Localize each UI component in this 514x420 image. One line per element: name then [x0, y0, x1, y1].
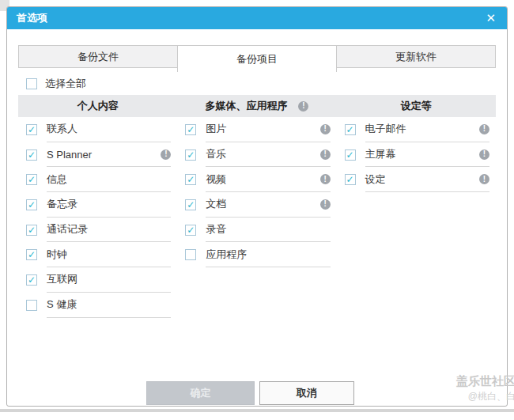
item-body: 音乐! — [206, 142, 330, 168]
item-checkbox[interactable]: ✓ — [26, 174, 37, 185]
list-item[interactable]: ✓联系人 — [18, 117, 177, 142]
item-body: 联系人 — [47, 117, 171, 142]
preferences-dialog: 首选项 ✕ 备份文件备份项目更新软件 选择全部 个人内容多媒体、应用程序!设定等… — [6, 6, 508, 407]
item-label: 录音 — [206, 222, 330, 236]
page-bottom-band — [0, 409, 514, 412]
item-body: S 健康 — [47, 293, 171, 318]
item-label: 电子邮件 — [365, 122, 479, 136]
item-body: 图片! — [206, 117, 330, 142]
item-checkbox[interactable]: ✓ — [26, 149, 37, 161]
item-checkbox[interactable]: ✓ — [185, 174, 196, 185]
item-body: 电子邮件! — [365, 117, 489, 142]
tab-update-software[interactable]: 更新软件 — [336, 45, 496, 68]
info-icon[interactable]: ! — [320, 174, 331, 184]
watermark-line1: 盖乐世社区 — [456, 373, 514, 389]
list-item[interactable]: ✓S Planner! — [18, 142, 177, 168]
item-label: 联系人 — [47, 122, 171, 136]
tab-bar: 备份文件备份项目更新软件 — [18, 45, 496, 72]
column-header-label: 个人内容 — [77, 99, 119, 113]
info-icon[interactable]: ! — [479, 149, 489, 160]
list-item[interactable]: ✓主屏幕! — [337, 142, 496, 168]
item-body: 设定! — [365, 167, 489, 192]
item-body: 主屏幕! — [365, 142, 489, 168]
info-icon[interactable]: ! — [320, 124, 331, 134]
item-label: 音乐 — [206, 147, 319, 161]
info-icon[interactable]: ! — [479, 124, 489, 134]
cancel-button[interactable]: 取消 — [259, 381, 354, 405]
item-checkbox[interactable] — [26, 300, 37, 311]
select-all-row[interactable]: 选择全部 — [26, 77, 86, 91]
list-item[interactable]: ✓录音 — [177, 218, 336, 243]
info-icon[interactable]: ! — [161, 149, 171, 160]
item-label: 图片 — [206, 122, 319, 136]
item-checkbox[interactable]: ✓ — [185, 199, 196, 210]
list-item[interactable]: S 健康 — [18, 293, 177, 318]
item-label: 信息 — [47, 172, 171, 187]
info-icon[interactable]: ! — [479, 174, 489, 184]
item-body: 录音 — [206, 218, 330, 243]
column-header-row: 个人内容多媒体、应用程序!设定等 — [18, 95, 496, 117]
item-label: 设定 — [365, 172, 479, 187]
item-checkbox[interactable]: ✓ — [345, 174, 356, 185]
item-checkbox[interactable] — [185, 249, 196, 260]
list-item[interactable]: ✓音乐! — [177, 142, 336, 168]
dialog-title: 首选项 — [7, 11, 47, 25]
watermark-line2: @桃白、白 — [456, 389, 514, 403]
tab-backup-files[interactable]: 备份文件 — [18, 45, 178, 68]
item-label: 时钟 — [47, 248, 171, 262]
item-body: S Planner! — [47, 142, 171, 168]
column-header-label: 设定等 — [401, 99, 432, 113]
item-label: 应用程序 — [206, 248, 330, 262]
info-icon[interactable]: ! — [320, 149, 331, 160]
item-checkbox[interactable]: ✓ — [26, 249, 37, 260]
items-grid: ✓联系人✓S Planner!✓信息✓备忘录✓通话记录✓时钟✓互联网S 健康✓图… — [18, 117, 496, 318]
item-checkbox[interactable]: ✓ — [26, 274, 37, 286]
list-item[interactable]: ✓互联网 — [18, 267, 177, 293]
button-row: 确定 取消 — [146, 381, 354, 405]
item-checkbox[interactable]: ✓ — [26, 199, 37, 210]
list-item[interactable]: ✓备忘录 — [18, 192, 177, 218]
item-label: 主屏幕 — [365, 147, 479, 161]
list-item[interactable]: ✓时钟 — [18, 242, 177, 267]
list-item[interactable]: ✓通话记录 — [18, 218, 177, 243]
info-icon[interactable]: ! — [320, 199, 331, 210]
item-label: 文档 — [206, 197, 319, 211]
page-background: 首选项 ✕ 备份文件备份项目更新软件 选择全部 个人内容多媒体、应用程序!设定等… — [0, 0, 514, 420]
watermark: 盖乐世社区 @桃白、白 — [456, 373, 514, 403]
item-label: 视频 — [206, 172, 319, 187]
column-header-personal-content: 个人内容 — [18, 95, 177, 117]
column-header-settings-etc: 设定等 — [337, 95, 496, 117]
column-header-multimedia-apps: 多媒体、应用程序! — [177, 95, 336, 117]
item-body: 通话记录 — [47, 218, 171, 243]
column-settings-etc: ✓电子邮件!✓主屏幕!✓设定! — [337, 117, 496, 318]
select-all-label: 选择全部 — [45, 77, 86, 91]
list-item[interactable]: ✓电子邮件! — [337, 117, 496, 142]
tab-backup-items[interactable]: 备份项目 — [177, 45, 337, 72]
list-item[interactable]: 应用程序 — [177, 242, 336, 267]
select-all-checkbox[interactable] — [26, 78, 37, 89]
item-label: 通话记录 — [47, 222, 171, 236]
list-item[interactable]: ✓图片! — [177, 117, 336, 142]
item-body: 时钟 — [47, 242, 171, 267]
item-checkbox[interactable]: ✓ — [345, 149, 356, 161]
list-item[interactable]: ✓信息 — [18, 167, 177, 192]
list-item[interactable]: ✓设定! — [337, 167, 496, 192]
item-body: 互联网 — [47, 267, 171, 293]
column-personal-content: ✓联系人✓S Planner!✓信息✓备忘录✓通话记录✓时钟✓互联网S 健康 — [18, 117, 177, 318]
item-checkbox[interactable]: ✓ — [185, 149, 196, 161]
item-checkbox[interactable]: ✓ — [345, 124, 356, 135]
close-icon[interactable]: ✕ — [486, 7, 507, 29]
info-icon[interactable]: ! — [298, 101, 308, 112]
item-label: 备忘录 — [47, 197, 171, 211]
item-label: 互联网 — [47, 272, 171, 286]
item-checkbox[interactable]: ✓ — [185, 225, 196, 236]
list-item[interactable]: ✓视频! — [177, 167, 336, 192]
item-body: 备忘录 — [47, 192, 171, 218]
column-header-label: 多媒体、应用程序 — [205, 99, 287, 113]
item-checkbox[interactable]: ✓ — [26, 225, 37, 236]
column-multimedia-apps: ✓图片!✓音乐!✓视频!✓文档!✓录音应用程序 — [177, 117, 336, 318]
item-checkbox[interactable]: ✓ — [185, 124, 196, 135]
ok-button[interactable]: 确定 — [146, 381, 255, 405]
item-checkbox[interactable]: ✓ — [26, 124, 37, 135]
list-item[interactable]: ✓文档! — [177, 192, 336, 218]
